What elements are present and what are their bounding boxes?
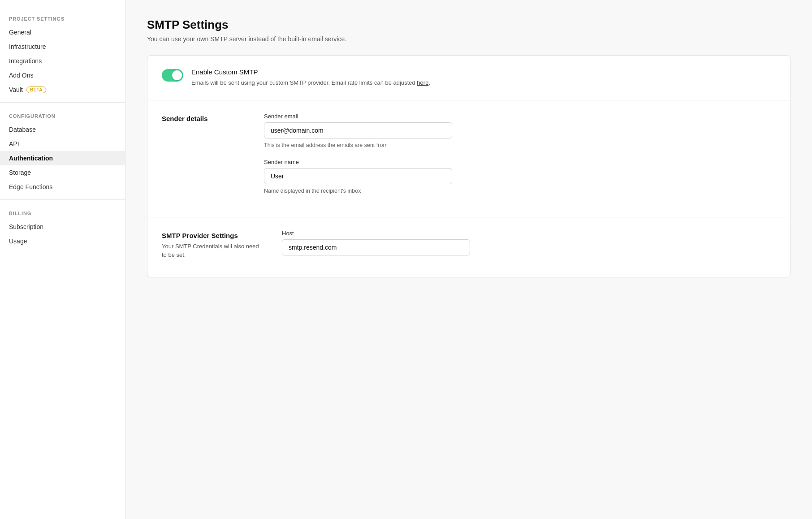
sender-details-layout: Sender details Sender email This is the … [162,113,776,204]
sender-email-input[interactable] [264,122,452,138]
smtp-provider-right: Host [282,230,776,264]
sidebar-item-api[interactable]: API [0,137,125,151]
sidebar-divider-2 [0,199,125,200]
vault-beta-badge: BETA [26,86,46,93]
enable-smtp-title: Enable Custom SMTP [191,68,776,76]
sender-name-label: Sender name [264,159,776,165]
host-group: Host [282,230,776,255]
configuration-label: CONFIGURATION [0,108,125,122]
enable-smtp-section: Enable Custom SMTP Emails will be sent u… [147,56,790,100]
sidebar-item-authentication[interactable]: Authentication [0,151,125,165]
sender-name-input[interactable] [264,168,452,184]
sender-email-hint: This is the email address the emails are… [264,141,776,150]
host-input[interactable] [282,239,470,255]
sidebar-item-subscription[interactable]: Subscription [0,220,125,234]
enable-smtp-desc-2: . [428,79,430,86]
sidebar-item-database[interactable]: Database [0,122,125,137]
sender-details-left: Sender details [162,113,242,122]
sidebar-item-edge-functions[interactable]: Edge Functions [0,180,125,194]
sidebar: PROJECT SETTINGS General Infrastructure … [0,0,125,519]
billing-section: BILLING Subscription Usage [0,205,125,248]
page-title: SMTP Settings [147,18,790,32]
project-settings-section: PROJECT SETTINGS General Infrastructure … [0,11,125,97]
sender-details-title: Sender details [162,113,242,122]
sidebar-item-infrastructure[interactable]: Infrastructure [0,39,125,54]
enable-smtp-desc-1: Emails will be sent using your custom SM… [191,79,417,86]
smtp-provider-desc: Your SMTP Credentials will also need to … [162,242,260,260]
sidebar-item-usage[interactable]: Usage [0,234,125,248]
smtp-provider-section: SMTP Provider Settings Your SMTP Credent… [147,217,790,277]
sidebar-item-vault[interactable]: Vault BETA [0,82,125,97]
main-content: SMTP Settings You can use your own SMTP … [125,0,812,519]
sender-details-right: Sender email This is the email address t… [264,113,776,204]
enable-smtp-toggle[interactable] [162,69,183,82]
project-settings-label: PROJECT SETTINGS [0,11,125,25]
smtp-provider-layout: SMTP Provider Settings Your SMTP Credent… [162,230,776,264]
enable-smtp-label-block: Enable Custom SMTP Emails will be sent u… [191,68,776,87]
smtp-provider-title: SMTP Provider Settings [162,230,260,239]
sender-email-label: Sender email [264,113,776,120]
enable-smtp-toggle-row: Enable Custom SMTP Emails will be sent u… [162,68,776,87]
sidebar-item-general[interactable]: General [0,25,125,39]
page-subtitle: You can use your own SMTP server instead… [147,35,790,43]
smtp-settings-card: Enable Custom SMTP Emails will be sent u… [147,55,790,277]
rate-limits-link[interactable]: here [417,79,428,86]
sidebar-item-integrations[interactable]: Integrations [0,54,125,68]
billing-label: BILLING [0,205,125,220]
sender-name-hint: Name displayed in the recipient's inbox [264,187,776,195]
enable-smtp-description: Emails will be sent using your custom SM… [191,78,776,87]
host-label: Host [282,230,776,237]
toggle-track[interactable] [162,69,183,82]
smtp-provider-left: SMTP Provider Settings Your SMTP Credent… [162,230,260,260]
configuration-section: CONFIGURATION Database API Authenticatio… [0,108,125,194]
sender-details-section: Sender details Sender email This is the … [147,100,790,217]
toggle-thumb [172,70,182,80]
sidebar-divider-1 [0,102,125,103]
sidebar-item-storage[interactable]: Storage [0,165,125,180]
sidebar-item-add-ons[interactable]: Add Ons [0,68,125,82]
sender-name-group: Sender name Name displayed in the recipi… [264,159,776,195]
sender-email-group: Sender email This is the email address t… [264,113,776,150]
